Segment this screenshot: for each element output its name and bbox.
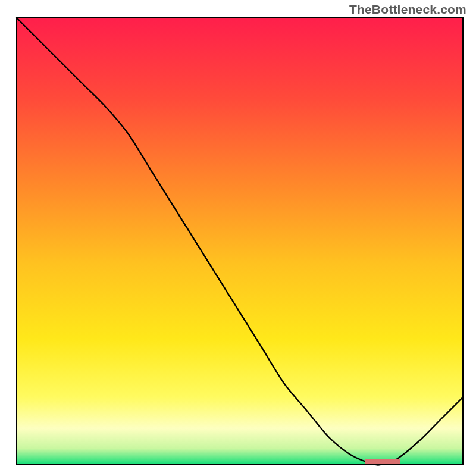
optimal-range-marker <box>365 459 400 464</box>
bottleneck-chart <box>0 0 476 476</box>
